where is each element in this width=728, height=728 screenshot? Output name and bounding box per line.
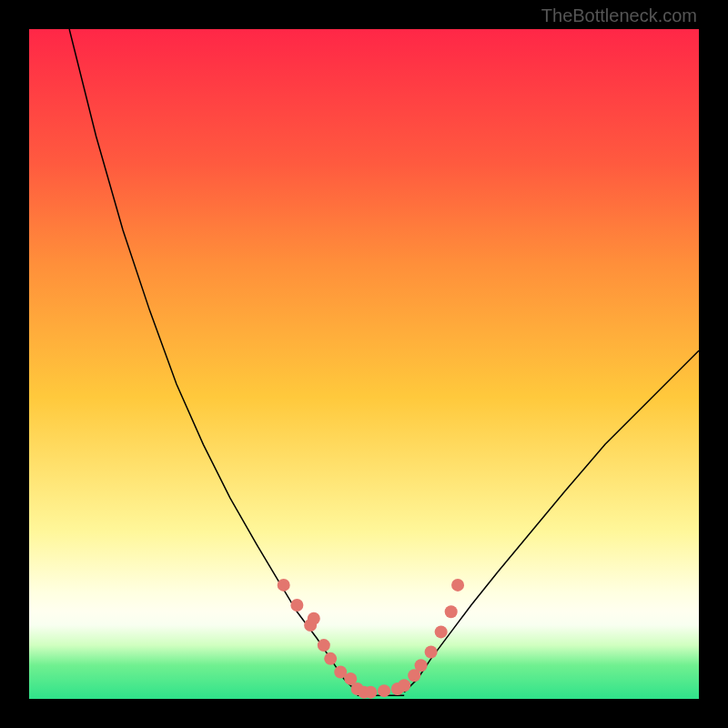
data-marker: [364, 686, 377, 699]
data-marker: [308, 612, 320, 625]
data-marker: [451, 579, 464, 592]
data-marker: [318, 639, 330, 652]
data-marker: [278, 579, 290, 592]
data-marker: [445, 605, 458, 618]
curve-right-curve: [404, 350, 699, 692]
chart-frame: TheBottleneck.com: [0, 0, 728, 728]
plot-area: [29, 29, 699, 699]
data-marker: [324, 652, 337, 665]
data-marker: [425, 645, 438, 658]
data-marker: [415, 659, 428, 672]
data-marker: [290, 599, 303, 612]
attribution-text: TheBottleneck.com: [541, 5, 697, 26]
chart-svg: [29, 29, 699, 699]
data-marker: [378, 684, 390, 697]
curve-left-curve: [69, 29, 357, 693]
data-marker: [435, 625, 448, 638]
data-marker: [398, 679, 410, 692]
